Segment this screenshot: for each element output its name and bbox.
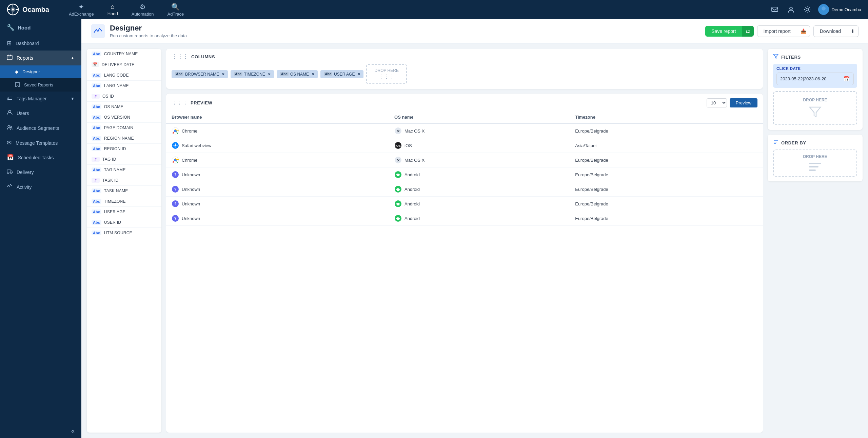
svg-text:?: ?	[174, 173, 177, 177]
order-by-label: ORDER BY	[781, 140, 806, 145]
sidebar-item-message-templates[interactable]: ✉ Message Templates	[0, 136, 81, 150]
filter-drop-area[interactable]: DROP HERE	[773, 91, 857, 125]
preview-count-select[interactable]: 10 25 50 100	[707, 98, 727, 107]
field-lang-code[interactable]: Abc LANG CODE	[87, 70, 161, 81]
sidebar-item-label: Saved Reports	[24, 82, 53, 87]
field-tag-name[interactable]: Abc TAG NAME	[87, 165, 161, 175]
browser-icon: ?	[172, 200, 179, 207]
sidebar-item-designer[interactable]: ◆ Designer	[0, 65, 81, 78]
page-header: Designer Run custom reports to analyze t…	[81, 19, 868, 43]
sidebar: 🔧 Hood ⊞ Dashboard Reports ▲ ◆ Designer	[0, 19, 81, 438]
field-os-name[interactable]: Abc OS NAME	[87, 102, 161, 112]
preview-button[interactable]: Preview	[730, 98, 757, 107]
field-task-id[interactable]: # TASK ID	[87, 175, 161, 186]
field-region-id[interactable]: Abc REGION ID	[87, 144, 161, 154]
import-report-label: Import report	[764, 28, 791, 34]
save-report-icon-button[interactable]: 🗂	[742, 26, 754, 37]
reports-icon	[7, 54, 13, 62]
import-icon-button[interactable]: 📥	[797, 25, 810, 37]
field-label: USER AGE	[104, 210, 125, 214]
chip-user-age[interactable]: Abc USER AGE ×	[320, 70, 363, 78]
settings-button[interactable]	[802, 4, 813, 15]
browser-name: Unknown	[182, 201, 200, 206]
field-label: OS NAME	[104, 104, 123, 109]
columns-drop-area[interactable]: DROP HERE ⋮⋮⋮	[366, 64, 407, 84]
field-type-badge: Abc	[92, 210, 101, 214]
topnav-item-adexchange[interactable]: ✦ AdExchange	[63, 1, 100, 19]
svg-text:iOS: iOS	[395, 144, 401, 147]
right-panel: FILTERS CLICK DATE 2023-05-22|2023-06-20…	[768, 49, 863, 433]
main-layout: 🔧 Hood ⊞ Dashboard Reports ▲ ◆ Designer	[0, 19, 868, 438]
sidebar-item-audience-segments[interactable]: Audience Segments	[0, 121, 81, 136]
chip-close-button[interactable]: ×	[358, 72, 360, 77]
sidebar-item-tags-manager[interactable]: 🏷 Tags Manager ▼	[0, 92, 81, 106]
chip-close-button[interactable]: ×	[268, 72, 271, 77]
browser-icon	[172, 156, 179, 164]
topnav-items: ✦ AdExchange ⌂ Hood ⚙ Automation 🔍 AdTra…	[63, 1, 769, 19]
topnav-item-hood[interactable]: ⌂ Hood	[101, 1, 124, 19]
preview-btn-label: Preview	[736, 100, 751, 105]
chip-close-button[interactable]: ×	[222, 72, 224, 77]
chip-timezone[interactable]: Abc TIMEZONE ×	[231, 70, 274, 78]
chip-close-button[interactable]: ×	[312, 72, 314, 77]
chip-os-name[interactable]: Abc OS NAME ×	[277, 70, 318, 78]
import-report-button[interactable]: Import report	[757, 25, 797, 37]
date-range-input[interactable]: 2023-05-22|2023-06-20 📅	[776, 73, 854, 85]
field-type-badge: Abc	[92, 104, 101, 109]
sidebar-item-saved-reports[interactable]: Saved Reports	[0, 78, 81, 92]
os-name: Android	[405, 172, 420, 177]
field-os-version[interactable]: Abc OS VERSION	[87, 112, 161, 123]
sidebar-item-label: Activity	[17, 184, 32, 190]
order-drop-area[interactable]: DROP HERE	[773, 150, 857, 177]
save-report-group: Save report 🗂	[705, 26, 753, 37]
svg-point-18	[11, 173, 12, 174]
browser-name: Chrome	[182, 158, 197, 163]
os-icon: iOS	[394, 142, 402, 149]
chip-label: TIMEZONE	[244, 72, 265, 77]
messages-button[interactable]	[769, 4, 780, 15]
sidebar-collapse-button[interactable]: «	[0, 424, 81, 438]
sidebar-item-activity[interactable]: Activity	[0, 180, 81, 195]
sidebar-item-label: Scheduled Tasks	[18, 155, 54, 160]
sidebar-item-reports[interactable]: Reports ▲	[0, 51, 81, 65]
topnav-item-adtrace[interactable]: 🔍 AdTrace	[161, 1, 190, 19]
field-tag-id[interactable]: # TAG ID	[87, 154, 161, 165]
field-region-name[interactable]: Abc REGION NAME	[87, 133, 161, 144]
field-label: OS VERSION	[104, 115, 130, 120]
cell-browser: ? Unknown	[166, 197, 389, 211]
table-row: Chrome ✕ Mac OS X Europe/Belgrade	[166, 153, 763, 167]
collapse-icon: «	[71, 427, 75, 435]
field-lang-name[interactable]: Abc LANG NAME	[87, 81, 161, 91]
app-logo[interactable]: Ocamba	[7, 3, 49, 16]
download-button[interactable]: Download	[813, 25, 847, 37]
field-type-badge: Abc	[92, 167, 101, 172]
col-os-name: OS name	[389, 111, 570, 123]
download-icon-button[interactable]: ⬇	[847, 25, 859, 37]
field-utm-source[interactable]: Abc UTM SOURCE	[87, 228, 161, 238]
field-user-id[interactable]: Abc USER ID	[87, 217, 161, 228]
svg-point-43	[397, 188, 398, 189]
click-date-section: CLICK DATE 2023-05-22|2023-06-20 📅	[773, 64, 857, 88]
topnav-item-automation[interactable]: ⚙ Automation	[125, 1, 160, 19]
os-name: Android	[405, 201, 420, 206]
field-delivery-date[interactable]: 📅 DELIVERY DATE	[87, 59, 161, 70]
sidebar-item-delivery[interactable]: Delivery	[0, 165, 81, 180]
field-task-name[interactable]: Abc TASK NAME	[87, 186, 161, 196]
field-timezone[interactable]: Abc TIMEZONE	[87, 196, 161, 207]
sidebar-item-label: Message Templates	[16, 140, 58, 146]
field-os-id[interactable]: # OS ID	[87, 91, 161, 102]
chip-browser-name[interactable]: Abc BROWSER NAME ×	[172, 70, 228, 78]
cell-os: Android	[389, 182, 570, 197]
save-report-button[interactable]: Save report	[705, 26, 742, 37]
field-type-badge: #	[92, 157, 100, 162]
field-country-name[interactable]: Abc COUNTRY NAME	[87, 49, 161, 59]
sidebar-item-scheduled-tasks[interactable]: 📅 Scheduled Tasks	[0, 150, 81, 165]
sidebar-item-dashboard[interactable]: ⊞ Dashboard	[0, 36, 81, 51]
table-row: ? Unknown Android Europe/Belgrade	[166, 182, 763, 197]
user-menu[interactable]: Demo Ocamba	[818, 4, 861, 15]
sidebar-item-users[interactable]: Users	[0, 106, 81, 121]
field-page-domain[interactable]: Abc PAGE DOMAIN	[87, 123, 161, 133]
field-user-age[interactable]: Abc USER AGE	[87, 207, 161, 217]
svg-point-53	[397, 217, 398, 218]
profile-button[interactable]	[786, 4, 796, 15]
